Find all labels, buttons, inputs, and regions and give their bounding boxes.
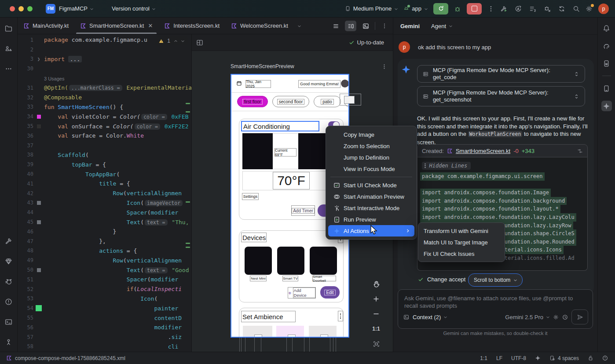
inspection-widget[interactable]: 1 xyxy=(155,36,188,45)
editor-line[interactable]: 38 Scaffold( xyxy=(18,150,191,160)
preview-options-kebab-icon[interactable] xyxy=(381,63,387,69)
attach-image-icon[interactable] xyxy=(403,314,409,320)
gemini-sparkle-icon[interactable] xyxy=(535,355,541,361)
editor-line[interactable]: 36 val surface = Color.White xyxy=(18,131,191,141)
tab-mainactivity[interactable]: MainActivity.kt xyxy=(18,18,74,34)
menu-item-copy-image[interactable]: Copy Image xyxy=(328,129,414,140)
scroll-to-bottom-button[interactable]: Scroll to bottom xyxy=(468,273,523,287)
zoom-to-fit-button[interactable] xyxy=(370,339,382,349)
menu-item-run-preview[interactable]: Run Preview xyxy=(328,214,414,225)
color-swatch[interactable] xyxy=(37,268,41,272)
bell-icon[interactable] xyxy=(601,23,612,33)
fold-arrow-icon[interactable]: ❯ xyxy=(37,56,40,62)
color-swatch[interactable] xyxy=(36,305,42,311)
editor-line[interactable]: 46 } xyxy=(18,227,191,237)
code-view-button[interactable] xyxy=(330,21,341,31)
editor-line[interactable]: 52 if(LocalInspecti xyxy=(18,284,191,294)
tab-gemini[interactable]: Gemini xyxy=(400,23,420,29)
device-tile[interactable] xyxy=(245,247,272,275)
context-selector[interactable]: Context (2) xyxy=(413,314,447,320)
gem-icon[interactable] xyxy=(4,256,14,266)
chip-patio[interactable]: patio xyxy=(314,96,341,107)
menu-item-zoom-to-selection[interactable]: Zoom to Selection xyxy=(328,140,414,152)
chip-first-floor[interactable]: first floor xyxy=(237,96,268,107)
editor-line[interactable]: 32@Composable xyxy=(18,93,191,102)
tab-interestsscreen[interactable]: InterestsScreen.kt xyxy=(158,18,225,34)
more-actions-kebab-icon[interactable] xyxy=(487,5,494,12)
editor-line[interactable]: 50 Text(text = "Good xyxy=(18,265,191,275)
editor-line[interactable]: 42 Row(verticalAlignmen xyxy=(18,189,191,198)
hammer-icon[interactable] xyxy=(4,236,14,246)
running-devices-icon[interactable] xyxy=(601,83,612,94)
editor-line[interactable]: 49 Row(verticalAlignmen xyxy=(18,255,191,265)
color-swatch[interactable] xyxy=(37,124,41,128)
device-tile[interactable] xyxy=(310,247,337,275)
editor-line[interactable]: 3❯import ... xyxy=(18,55,191,64)
folder-icon[interactable] xyxy=(4,23,14,33)
menu-item-start-animation-preview[interactable]: Start Animation Preview xyxy=(328,191,414,202)
search-icon[interactable] xyxy=(573,5,580,12)
more-icon[interactable] xyxy=(4,63,14,74)
design-view-button[interactable] xyxy=(360,21,371,31)
preview-layout-icon[interactable] xyxy=(196,39,203,46)
history-clock-icon[interactable] xyxy=(562,314,568,320)
mcp-call-get-code[interactable]: MCP (Figma Remote Dev Mode MCP Server): … xyxy=(417,65,585,83)
menu-item-start-interactive-mode[interactable]: Start Interactive Mode xyxy=(328,202,414,214)
app-insights-icon[interactable] xyxy=(544,5,551,12)
submenu-item-transform-ui-with-gemini[interactable]: Transform UI with Gemini xyxy=(418,225,505,237)
menu-item-view-in-focus-mode[interactable]: View in Focus Mode xyxy=(328,163,414,175)
editor-line[interactable]: 54 painter xyxy=(18,303,191,313)
edit-button[interactable]: Edit xyxy=(320,286,340,298)
caret-position[interactable]: 1:1 xyxy=(480,355,487,361)
run-configuration-selector[interactable]: app xyxy=(403,5,428,12)
tab-agent[interactable]: Agent xyxy=(431,23,452,29)
editor-line[interactable]: 31@OptIn(...markerClass = ExperimentalMa… xyxy=(18,83,191,93)
pan-hand-icon[interactable] xyxy=(370,279,382,289)
user-avatar[interactable]: p xyxy=(598,4,609,14)
tab-welcomescreen[interactable]: WelcomeScreen.kt xyxy=(225,18,307,34)
expand-chevrons-icon[interactable] xyxy=(574,71,579,77)
menu-item-jump-to-definition[interactable]: Jump to Definition xyxy=(328,152,414,163)
zoom-in-button[interactable] xyxy=(370,294,382,304)
submenu-item-fix-ui-check-issues[interactable]: Fix UI Check Issues xyxy=(418,248,505,259)
zoom-out-button[interactable] xyxy=(370,309,382,319)
version-control-menu[interactable]: Version control xyxy=(112,5,155,12)
lock-open-icon[interactable] xyxy=(588,355,593,361)
color-swatch[interactable] xyxy=(37,220,41,224)
gradle-elephant-icon[interactable] xyxy=(601,40,612,51)
device-tile[interactable] xyxy=(277,247,304,275)
editor-line[interactable]: 55 contentD xyxy=(18,313,191,323)
debug-button[interactable] xyxy=(454,5,461,12)
rerun-button[interactable] xyxy=(433,3,448,15)
logcat-cat-icon[interactable] xyxy=(4,276,14,287)
editor-line[interactable]: 2 xyxy=(18,45,191,55)
editor-line[interactable]: 30 xyxy=(18,64,191,73)
add-device-button[interactable]: +Add Device xyxy=(288,287,316,298)
info-icon[interactable] xyxy=(602,355,608,361)
prompt-settings-gear-icon[interactable] xyxy=(553,314,559,320)
zoom-ratio-button[interactable]: 1:1 xyxy=(370,324,382,334)
problems-icon[interactable] xyxy=(4,296,14,307)
mcp-call-get-screenshot[interactable]: MCP (Figma Remote Dev Mode MCP Server): … xyxy=(417,86,585,106)
file-encoding[interactable]: UTF-8 xyxy=(511,355,526,361)
editor-line[interactable]: 40 TopAppBar( xyxy=(18,169,191,179)
vcs-branch-icon[interactable] xyxy=(4,337,14,347)
editor-line[interactable]: 41 title = { xyxy=(18,179,191,189)
editor-line[interactable]: 39 topBar = { xyxy=(18,160,191,169)
selection-handle[interactable] xyxy=(344,96,355,104)
chevron-down-icon[interactable] xyxy=(297,24,301,28)
submenu-item-match-ui-to-target-image[interactable]: Match UI to Target Image xyxy=(418,237,505,248)
created-file-link[interactable]: SmartHomeScreen.kt xyxy=(456,148,510,154)
chip-second-floor[interactable]: second floor xyxy=(272,96,309,107)
tab-smarthomescreen[interactable]: SmartHomeScreen.kt ✕ xyxy=(74,18,158,34)
model-selector[interactable]: Gemini 2.5 Pro xyxy=(505,314,549,320)
split-view-button[interactable] xyxy=(345,21,356,31)
terminal-icon[interactable] xyxy=(4,317,14,327)
ac-add-timer-button[interactable]: Add Timer xyxy=(291,205,315,216)
close-tab-icon[interactable]: ✕ xyxy=(148,22,153,29)
editor-line[interactable]: 45 Text(text = "Thu, xyxy=(18,217,191,227)
editor-line[interactable]: 56 modifier xyxy=(18,323,191,332)
color-swatch[interactable] xyxy=(37,115,41,119)
resource-manager-icon[interactable] xyxy=(4,43,14,54)
menu-item-ai-actions[interactable]: AI Actions xyxy=(328,225,414,237)
